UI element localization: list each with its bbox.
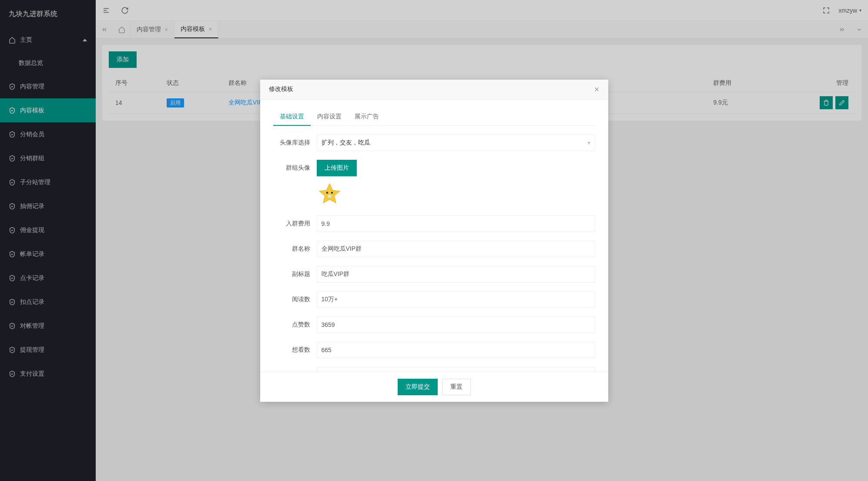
modal-footer: 立即提交 重置 — [260, 372, 608, 402]
label-subtitle: 副标题 — [273, 270, 317, 278]
label-avatar-source: 头像库选择 — [273, 139, 317, 147]
avatar-source-select[interactable]: 扩列，交友，吃瓜 ▾ — [317, 135, 595, 151]
button-name-input[interactable] — [317, 367, 595, 372]
label-group-avatar: 群组头像 — [273, 160, 317, 172]
select-value: 扩列，交友，吃瓜 — [322, 139, 370, 147]
modal-overlay: 修改模板 × 基础设置 内容设置 展示广告 头像库选择 扩列，交友，吃瓜 ▾ 群… — [0, 0, 868, 481]
avatar-preview — [317, 181, 343, 207]
label-read-count: 阅读数 — [273, 296, 317, 303]
chevron-down-icon: ▾ — [587, 139, 590, 146]
modal-close-button[interactable]: × — [594, 84, 600, 94]
modal-title: 修改模板 — [269, 85, 293, 93]
svg-point-4 — [331, 192, 333, 194]
modal-tab-basic[interactable]: 基础设置 — [273, 108, 311, 126]
submit-button[interactable]: 立即提交 — [398, 379, 438, 395]
want-count-input[interactable] — [317, 342, 595, 358]
modal-header: 修改模板 × — [260, 80, 608, 100]
label-like-count: 点赞数 — [273, 321, 317, 329]
svg-point-5 — [328, 195, 332, 198]
modal-tabs: 基础设置 内容设置 展示广告 — [273, 108, 595, 126]
modal-tab-content[interactable]: 内容设置 — [311, 108, 348, 125]
edit-template-modal: 修改模板 × 基础设置 内容设置 展示广告 头像库选择 扩列，交友，吃瓜 ▾ 群… — [260, 80, 608, 402]
entry-fee-input[interactable] — [317, 215, 595, 232]
subtitle-input[interactable] — [317, 266, 595, 283]
group-name-input[interactable] — [317, 241, 595, 257]
reset-button[interactable]: 重置 — [442, 379, 471, 395]
modal-tab-ad[interactable]: 展示广告 — [348, 108, 385, 125]
like-count-input[interactable] — [317, 316, 595, 333]
label-button-name: 按键名称 — [273, 371, 317, 372]
label-group-name: 群名称 — [273, 245, 317, 253]
upload-image-button[interactable]: 上传图片 — [317, 160, 357, 176]
label-entry-fee: 入群费用 — [273, 220, 317, 228]
svg-point-3 — [326, 192, 328, 194]
label-want-count: 想看数 — [273, 346, 317, 354]
read-count-input[interactable] — [317, 291, 595, 308]
